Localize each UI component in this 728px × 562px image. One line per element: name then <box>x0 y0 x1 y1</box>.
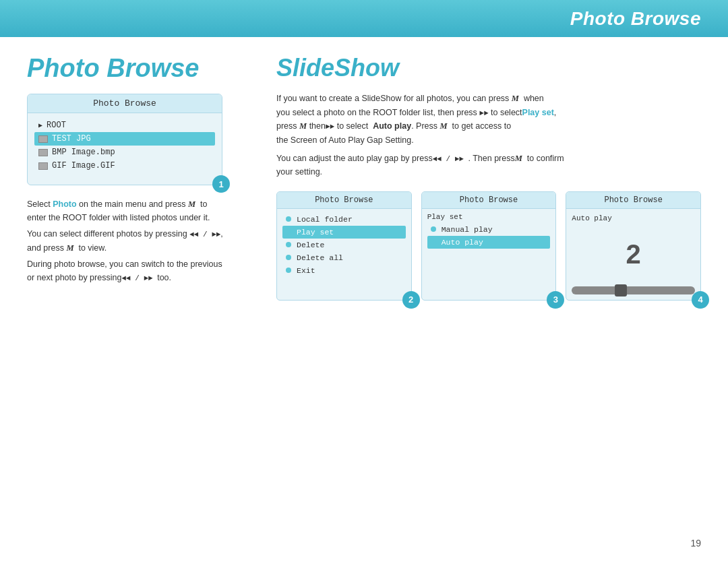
list-item: Manual play <box>427 223 551 236</box>
list-item: BMP Image.bmp <box>34 146 215 159</box>
arrow-icon <box>286 228 291 235</box>
item-label: Local folder <box>297 215 353 224</box>
dot-icon <box>286 255 291 260</box>
header-title: Photo Browse <box>570 8 701 30</box>
m-sym-1: M <box>512 94 519 103</box>
badge-2: 2 <box>402 291 420 309</box>
screenshot-1-header: Photo Browse <box>28 94 222 113</box>
screenshot-3-body: Play set Manual play Auto play <box>422 209 556 253</box>
badge-4: 4 <box>692 291 709 309</box>
dot-icon <box>286 268 291 273</box>
badge-3: 3 <box>547 291 564 309</box>
folder-arrow-icon: ▶ <box>38 121 42 129</box>
file-icon <box>38 135 48 143</box>
auto-play-container: Auto play 2 <box>566 209 700 300</box>
file-name: TEST JPG <box>52 134 91 144</box>
screenshot-1-body: ▶ ROOT TEST JPG BMP Image.bmp GIF Image.… <box>28 113 222 185</box>
dot-icon <box>431 226 436 232</box>
screenshot-3-header: Photo Browse <box>422 192 556 209</box>
dot-icon <box>286 242 291 247</box>
skip-icon: ◄◄ / <box>189 230 207 239</box>
list-item: Delete <box>282 239 406 251</box>
fwd-sym: ►► <box>479 109 488 117</box>
badge-1: 1 <box>212 175 230 193</box>
auto-play-label: Auto play <box>572 214 695 222</box>
list-item: TEST JPG <box>34 132 215 146</box>
file-icon <box>38 149 48 156</box>
left-column: Photo Browse Photo Browse ▶ ROOT TEST JP… <box>27 51 256 549</box>
item-label: Delete all <box>297 253 343 262</box>
screenshot-1: Photo Browse ▶ ROOT TEST JPG BMP Image.b… <box>27 94 222 185</box>
list-item: GIF Image.GIF <box>34 159 215 173</box>
page-number: 19 <box>690 538 701 549</box>
description-text: Select Photo on the main menu and press … <box>27 197 256 284</box>
photo-keyword: Photo <box>53 199 76 209</box>
file-name: BMP Image.bmp <box>52 148 115 157</box>
page-title: Photo Browse <box>27 54 256 83</box>
list-item: Delete all <box>282 251 406 264</box>
screenshot-3: Photo Browse Play set Manual play Auto p… <box>421 191 557 301</box>
slider-thumb <box>615 284 627 296</box>
slideshow-description: If you want to create a SlideShow for al… <box>276 92 701 179</box>
dot-icon <box>286 216 291 222</box>
file-name: ROOT <box>47 121 66 130</box>
m-sym-4: M <box>515 154 522 163</box>
right-column: SlideShow If you want to create a SlideS… <box>276 51 701 549</box>
item-label: Play set <box>297 228 334 237</box>
item-label: Manual play <box>442 225 493 234</box>
main-content: Photo Browse Photo Browse ▶ ROOT TEST JP… <box>0 37 728 562</box>
autoplay-keyword: Auto play <box>373 121 411 131</box>
item-label: Exit <box>297 266 315 275</box>
m-symbol: M <box>188 199 195 209</box>
number-display: 2 <box>572 229 695 273</box>
header-bar: Photo Browse <box>0 0 728 37</box>
screenshot-4-header: Photo Browse <box>566 192 700 209</box>
screenshot-2-header: Photo Browse <box>277 192 411 209</box>
m-sym-3: M <box>440 121 448 131</box>
screenshot-4: Photo Browse Auto play 2 4 <box>566 191 701 301</box>
fwd-sym2: ►► <box>326 123 334 131</box>
m-sym-2: M <box>299 121 307 131</box>
item-label: Auto play <box>442 238 483 247</box>
list-item: Play set <box>282 226 406 239</box>
play-label: Play set <box>427 213 551 221</box>
list-item: Local folder <box>282 213 406 226</box>
playset-keyword: Play set <box>522 108 554 117</box>
screenshot-2: Photo Browse Local folder Play set Delet… <box>276 191 412 301</box>
file-name: GIF Image.GIF <box>52 161 115 170</box>
list-item: ▶ ROOT <box>34 119 215 132</box>
nav-sym: ◄◄ / ►► <box>433 155 468 163</box>
list-item: Exit <box>282 264 406 277</box>
list-item: Auto play <box>427 236 551 249</box>
slideshow-title: SlideShow <box>276 54 701 82</box>
arrow-icon <box>431 239 436 245</box>
m-symbol-2: M <box>66 243 73 253</box>
file-icon <box>38 162 48 170</box>
fwd-icon: ►► <box>208 230 221 239</box>
slider-visual <box>572 286 695 294</box>
nav-icons: ◄◄ / ►► <box>121 274 157 282</box>
screenshot-2-body: Local folder Play set Delete Delete all <box>277 209 411 281</box>
screenshots-row: Photo Browse Local folder Play set Delet… <box>276 191 701 301</box>
item-label: Delete <box>297 241 324 249</box>
